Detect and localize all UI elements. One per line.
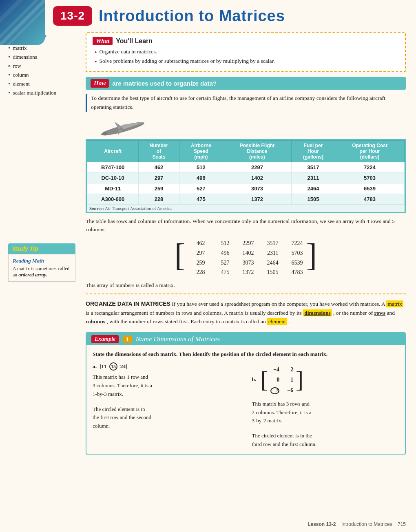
col-aircraft: Aircraft [87,140,139,162]
study-tip-content: Reading Math A matrix is sometimes calle… [8,254,75,282]
page-footer: Lesson 13-2 Introduction to Matrices 715 [308,521,406,527]
vocabulary-list: matrix dimensions row column element sca… [8,44,75,97]
how-badge: How [91,79,109,88]
example-instruction: State the dimensions of each matrix. The… [93,350,399,358]
cell-dist-3: 3073 [223,183,292,194]
small-matrix-content: −42 01 3−6 [268,364,296,395]
cell-aircraft-3: MD-11 [87,183,139,194]
study-tip-label: Study Tip [12,245,71,252]
learn-list: Organize data in matrices. Solve problem… [93,49,399,66]
learn-item-1: Organize data in matrices. [95,49,399,56]
vocab-item-element: element [8,80,75,88]
footer-page: 715 [398,521,406,527]
cell-aircraft-1: B747-100 [87,162,139,172]
organize-section: ORGANIZE DATA IN MATRICES If you have ev… [86,299,406,326]
organize-text2: is a rectangular arrangement of numbers … [86,310,303,316]
example-part-b: b. [ −42 01 [252,362,399,449]
sidebar: Vocabulary matrix dimensions row column … [0,28,82,464]
how-box: How are matrices used to organize data? [86,77,406,90]
cell-cost-2: 5703 [335,172,405,183]
small-right-bracket: ] [296,370,303,390]
reading-math-text: A matrix is sometimes called an ordered … [13,266,71,278]
study-tip-box: Study Tip [8,243,75,254]
table-row: DC-10-10 297 496 1402 2311 5703 [87,172,405,183]
part-a-label: a. [11 15 24] [93,362,240,371]
cell-speed-3: 527 [179,183,223,194]
organize-title: ORGANIZE DATA IN MATRICES [86,300,170,307]
element-highlight: element [267,318,287,325]
organize-text6: . [288,318,290,324]
cell-fuel-1: 3517 [291,162,335,172]
col-seats: NumberofSeats [139,140,179,162]
table-source: Source: Air Transport Association of Ame… [87,205,405,212]
array-description: The table has rows and columns of inform… [86,217,406,234]
cell-cost-1: 7224 [335,162,405,172]
example-box: Example 1 Name Dimensions of Matrices St… [86,332,406,455]
what-learn-box: What You'll Learn Organize data in matri… [86,32,406,72]
cell-fuel-2: 2311 [291,172,335,183]
small-left-bracket: [ [261,370,268,390]
table-row: B747-100 462 512 2297 3517 7224 [87,162,405,172]
vocab-item-matrix: matrix [8,44,75,52]
small-matrix-b: [ −42 01 3−6 [261,364,303,395]
main-layout: Vocabulary matrix dimensions row column … [0,28,416,464]
cell-speed-4: 475 [179,194,223,204]
organize-text3: , or the number of [333,310,374,316]
part-b-label: b. [ −42 01 [252,362,399,397]
cell-seats-1: 462 [139,162,179,172]
example-parts: a. [11 15 24] This matrix has 1 row and3… [93,362,399,449]
part-b-desc2: The circled element is in thethird row a… [252,432,399,449]
how-question: are matrices used to organize data? [112,80,217,87]
cell-fuel-4: 1505 [291,194,335,204]
col-fuel: Fuel perHour(gallons) [291,140,335,162]
vocab-item-dimensions: dimensions [8,53,75,61]
matrix-row-3: 259527307324646539 [189,258,303,268]
circled-15: 15 [109,362,117,371]
page-title: Introduction to Matrices [99,7,285,25]
matrix-content: 462512229735177224 297496140223115703 25… [186,238,306,277]
matrix-row-2: 297496140223115703 [189,248,303,258]
called-matrix-text: This array of numbers is called a matrix… [86,282,406,289]
cell-speed-1: 512 [179,162,223,172]
example-number: 1 [123,336,131,343]
vocab-item-column: column [8,71,75,79]
part-a-desc2: The circled element is inthe first row a… [93,405,240,430]
part-a-desc1: This matrix has 1 row and3 columns. Ther… [93,373,240,398]
organize-text4: and [387,310,395,316]
example-part-a: a. [11 15 24] This matrix has 1 row and3… [93,362,240,449]
dimensions-highlight: dimensions [303,309,332,316]
cell-speed-2: 496 [179,172,223,183]
example-content: State the dimensions of each matrix. The… [86,345,405,454]
matrix-display: [ 462512229735177224 297496140223115703 … [86,238,406,277]
intro-paragraph: To determine the best type of aircraft t… [86,94,406,111]
cell-dist-2: 1402 [223,172,292,183]
example-title: Name Dimensions of Matrices [136,335,220,343]
section-separator [86,294,406,294]
table-row: MD-11 259 527 3073 2464 6539 [87,183,405,194]
col-distance: Possible FlightDistance(miles) [223,140,292,162]
page-header: 13-2 Introduction to Matrices [0,0,416,28]
col-cost: Operating Costper Hour(dollars) [335,140,405,162]
col-speed: AirborneSpeed(mph) [179,140,223,162]
main-content: What You'll Learn Organize data in matri… [82,28,416,464]
footer-lesson: Lesson 13-2 [308,521,336,527]
cell-cost-4: 4783 [335,194,405,204]
circled-3: 3 [270,387,279,394]
learn-item-2: Solve problems by adding or subtracting … [95,58,399,66]
matrix-highlight: matrix [386,300,403,307]
matrix-row-1: 462512229735177224 [189,238,303,248]
cell-cost-3: 6539 [335,183,405,194]
cell-aircraft-4: A300-600 [87,194,139,204]
cell-seats-2: 297 [139,172,179,183]
cell-seats-3: 259 [139,183,179,194]
example-header: Example 1 Name Dimensions of Matrices [86,333,405,345]
vocab-item-row: row [8,62,75,70]
small-matrix-row-2: 01 [270,375,293,385]
cell-seats-4: 228 [139,194,179,204]
what-learn-title: You'll Learn [116,38,153,45]
small-matrix-row-1: −42 [270,364,293,375]
example-badge: Example [91,335,119,343]
cell-fuel-3: 2464 [291,183,335,194]
rows-highlight: rows [374,310,386,316]
what-learn-header: What You'll Learn [93,37,399,45]
